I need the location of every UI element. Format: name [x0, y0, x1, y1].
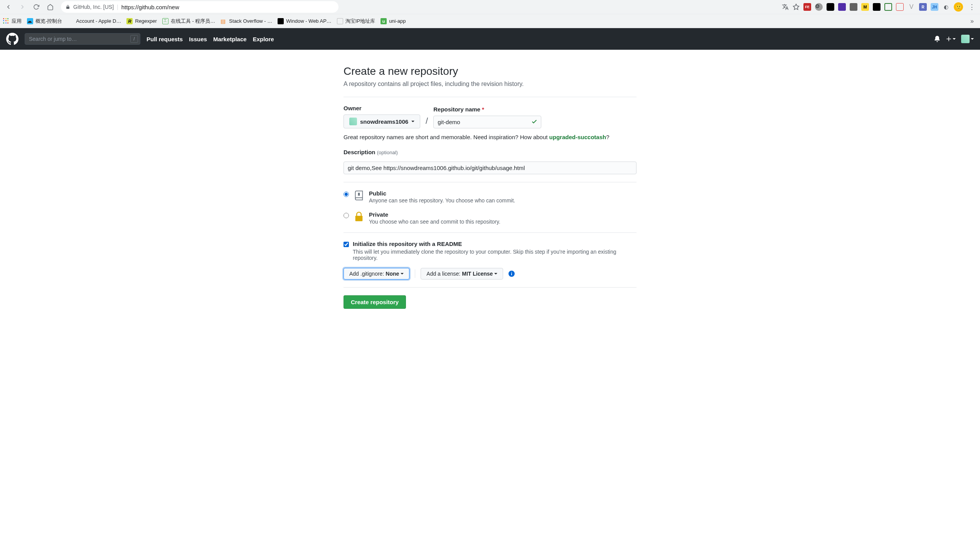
- visibility-private-row: Private You choose who can see and commi…: [344, 211, 636, 225]
- private-desc: You choose who can see and commit to thi…: [369, 219, 500, 225]
- visibility-private-radio[interactable]: [344, 213, 349, 218]
- search-input[interactable]: [25, 33, 140, 45]
- vertical-separator: [415, 269, 415, 278]
- ext-icon-10[interactable]: V: [908, 3, 915, 11]
- search-slash-hint: /: [130, 35, 138, 43]
- create-new-dropdown[interactable]: [946, 36, 956, 42]
- page-title: Create a new repository: [344, 65, 636, 77]
- bookmarks-overflow[interactable]: »: [970, 18, 977, 25]
- header-right: [934, 35, 974, 43]
- ext-icon-12[interactable]: JH: [931, 3, 938, 11]
- ext-icon-2[interactable]: ⚙: [815, 3, 823, 11]
- ext-icon-7[interactable]: [873, 3, 881, 11]
- main-content: Create a new repository A repository con…: [336, 50, 644, 324]
- search-container: /: [25, 33, 140, 45]
- description-label: Description (optional): [344, 149, 636, 155]
- user-menu[interactable]: [961, 35, 974, 43]
- readme-desc: This will let you immediately clone the …: [353, 249, 630, 261]
- back-button[interactable]: [3, 2, 14, 12]
- bookmark-item[interactable]: uuni-app: [381, 18, 406, 24]
- primary-nav: Pull requests Issues Marketplace Explore: [146, 36, 274, 42]
- ext-icon-4[interactable]: [838, 3, 846, 11]
- apps-icon: [3, 18, 9, 24]
- page-subtitle: A repository contains all project files,…: [344, 81, 636, 88]
- nav-issues[interactable]: Issues: [189, 36, 207, 42]
- translate-icon[interactable]: [782, 3, 789, 10]
- owner-select[interactable]: snowdreams1006: [344, 114, 420, 128]
- readme-title: Initialize this repository with a README: [353, 241, 630, 247]
- divider: [344, 97, 636, 97]
- private-title: Private: [369, 211, 500, 218]
- info-icon[interactable]: [509, 271, 515, 277]
- owner-value: snowdreams1006: [360, 118, 408, 125]
- bookmark-item[interactable]: RRegexper: [126, 18, 157, 24]
- lock-icon: [66, 5, 70, 9]
- user-avatar: [961, 35, 970, 43]
- bookmark-item[interactable]: 淘宝IP地址库: [337, 18, 375, 25]
- public-repo-icon: [354, 190, 364, 201]
- public-title: Public: [369, 190, 515, 197]
- visibility-public-radio[interactable]: [344, 192, 349, 197]
- ext-icon-13[interactable]: ◐: [942, 3, 950, 11]
- private-repo-icon: [354, 211, 364, 222]
- browser-menu[interactable]: ⋮: [967, 3, 977, 11]
- owner-label: Owner: [344, 105, 420, 111]
- license-dropdown[interactable]: Add a license: MIT License: [421, 268, 503, 280]
- repo-name-label: Repository name *: [433, 106, 541, 113]
- ext-icon-1[interactable]: FE: [803, 3, 811, 11]
- bookmark-item[interactable]: Window - Web AP…: [278, 18, 332, 24]
- repo-name-input[interactable]: [433, 116, 541, 128]
- nav-marketplace[interactable]: Marketplace: [213, 36, 247, 42]
- suggested-name-link[interactable]: upgraded-succotash: [549, 134, 606, 140]
- gitignore-dropdown[interactable]: Add .gitignore: None: [344, 268, 409, 280]
- bookmark-item[interactable]: ▤Stack Overflow - …: [221, 18, 272, 24]
- star-icon[interactable]: [793, 3, 800, 10]
- owner-repo-row: Owner snowdreams1006 / Repository name *: [344, 105, 636, 128]
- readme-checkbox[interactable]: [344, 242, 349, 247]
- bookmarks-bar: 应用 ☁概览-控制台 Account - Apple D… RRegexper …: [0, 14, 980, 28]
- browser-chrome: GitHub, Inc. [US] | https://github.com/n…: [0, 0, 980, 28]
- description-input[interactable]: [344, 162, 636, 174]
- readme-row: Initialize this repository with a README…: [344, 241, 636, 261]
- forward-button[interactable]: [17, 2, 28, 12]
- bookmark-item[interactable]: Account - Apple D…: [67, 18, 121, 24]
- name-suggestion: Great repository names are short and mem…: [344, 134, 636, 140]
- divider: [344, 287, 636, 288]
- slash-separator: /: [424, 116, 429, 128]
- owner-avatar-icon: [349, 118, 357, 125]
- ext-icon-11[interactable]: R: [919, 3, 927, 11]
- ext-icon-6[interactable]: M: [861, 3, 869, 11]
- github-header: / Pull requests Issues Marketplace Explo…: [0, 28, 980, 50]
- home-button[interactable]: [45, 2, 56, 12]
- check-icon: [531, 118, 537, 126]
- reload-button[interactable]: [31, 2, 42, 12]
- public-desc: Anyone can see this repository. You choo…: [369, 197, 515, 204]
- apps-shortcut[interactable]: 应用: [3, 18, 22, 25]
- browser-toolbar: GitHub, Inc. [US] | https://github.com/n…: [0, 0, 980, 14]
- create-repository-button[interactable]: Create repository: [344, 295, 406, 309]
- extension-icons: FE ⚙ M V R JH ◐ 🙂 ⋮: [782, 2, 977, 12]
- ext-icon-5[interactable]: [850, 3, 857, 11]
- ext-icon-9[interactable]: [896, 3, 904, 11]
- nav-pull-requests[interactable]: Pull requests: [146, 36, 183, 42]
- ext-icon-3[interactable]: [827, 3, 834, 11]
- divider: [344, 182, 636, 182]
- nav-explore[interactable]: Explore: [253, 36, 274, 42]
- visibility-public-row: Public Anyone can see this repository. Y…: [344, 190, 636, 204]
- ext-icon-8[interactable]: [884, 3, 892, 11]
- github-logo[interactable]: [6, 33, 19, 45]
- divider: [344, 232, 636, 233]
- svg-marker-0: [793, 4, 799, 10]
- site-identity: GitHub, Inc. [US]: [73, 4, 114, 10]
- notifications-icon[interactable]: [934, 36, 940, 42]
- profile-avatar[interactable]: 🙂: [954, 2, 963, 12]
- address-bar[interactable]: GitHub, Inc. [US] | https://github.com/n…: [61, 1, 338, 13]
- options-row: Add .gitignore: None Add a license: MIT …: [344, 268, 636, 280]
- bookmark-item[interactable]: ☁概览-控制台: [27, 18, 62, 25]
- bookmark-item[interactable]: 工在线工具 - 程序员…: [162, 18, 216, 25]
- url-text: https://github.com/new: [121, 4, 179, 10]
